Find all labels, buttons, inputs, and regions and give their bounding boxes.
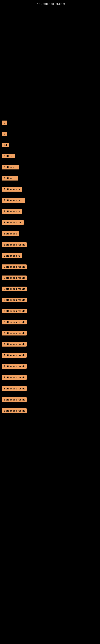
bottleneck-badge-16[interactable]: Bottleneck result bbox=[1, 286, 27, 291]
bottleneck-badge-15[interactable]: Bottleneck result bbox=[1, 276, 27, 280]
result-row: Bottleneck result bbox=[0, 407, 100, 414]
bottleneck-badge-21[interactable]: Bottleneck result bbox=[1, 342, 27, 346]
result-row: B bbox=[0, 119, 100, 126]
bottleneck-badge-23[interactable]: Bottleneck result bbox=[1, 364, 27, 369]
bottleneck-badge-26[interactable]: Bottleneck result bbox=[1, 397, 27, 402]
result-row: Bottleneck bbox=[0, 175, 100, 182]
result-row: Bottleneck result bbox=[0, 352, 100, 359]
result-row: Bottleneck res bbox=[0, 219, 100, 226]
bottleneck-badge-2[interactable]: E bbox=[1, 132, 7, 136]
result-row: Bottleneck result bbox=[0, 330, 100, 337]
bottleneck-badge-1[interactable]: B bbox=[1, 120, 7, 125]
chart-area bbox=[0, 7, 100, 107]
result-row: Bottleneck re bbox=[0, 252, 100, 259]
bottleneck-badge-10[interactable]: Bottleneck res bbox=[1, 220, 24, 225]
result-row: Bottleneck result bbox=[0, 285, 100, 292]
bottleneck-badge-24[interactable]: Bottleneck result bbox=[1, 375, 27, 380]
result-row: Bottleneck result bbox=[0, 308, 100, 314]
result-row: Bottleneck result bbox=[0, 263, 100, 270]
result-row: Bottleneck d bbox=[0, 164, 100, 171]
bottleneck-badge-22[interactable]: Bottleneck result bbox=[1, 353, 27, 358]
result-row: Bottleneck result bbox=[0, 296, 100, 304]
results-section: B E B4 Bottleneck Bottleneck d Bottlenec… bbox=[0, 117, 100, 414]
result-row: Bottleneck re bbox=[0, 186, 100, 193]
bottleneck-badge-5[interactable]: Bottleneck d bbox=[1, 165, 19, 170]
result-row: Bottleneck result bbox=[0, 363, 100, 370]
bottleneck-badge-12[interactable]: Bottleneck result bbox=[1, 242, 27, 247]
bottleneck-badge-7[interactable]: Bottleneck re bbox=[1, 187, 22, 192]
bottleneck-badge-11[interactable]: Bottleneck bbox=[1, 231, 19, 236]
result-row: Bottleneck result bbox=[0, 241, 100, 248]
bottleneck-badge-14[interactable]: Bottleneck result bbox=[1, 264, 27, 269]
bottleneck-badge-18[interactable]: Bottleneck result bbox=[1, 309, 27, 313]
bottleneck-badge-17[interactable]: Bottleneck result bbox=[1, 298, 27, 302]
result-row: Bottleneck result bbox=[0, 341, 100, 348]
bottleneck-badge-19[interactable]: Bottleneck result bbox=[1, 320, 27, 324]
result-row: Bottleneck result bbox=[0, 318, 100, 326]
result-row: B4 bbox=[0, 142, 100, 148]
result-row: Bottleneck bbox=[0, 152, 100, 160]
bottleneck-badge-8[interactable]: Bottleneck resul bbox=[1, 198, 25, 203]
bottleneck-badge-6[interactable]: Bottleneck bbox=[1, 176, 18, 180]
result-row: Bottleneck result bbox=[0, 385, 100, 392]
result-row: Bottleneck ra bbox=[0, 208, 100, 215]
result-row: Bottleneck result bbox=[0, 274, 100, 281]
cursor-indicator bbox=[1, 109, 2, 115]
bottleneck-badge-4[interactable]: Bottleneck bbox=[1, 154, 15, 158]
bottleneck-badge-9[interactable]: Bottleneck ra bbox=[1, 209, 22, 214]
result-row: E bbox=[0, 130, 100, 138]
result-row: Bottleneck result bbox=[0, 374, 100, 381]
result-row: Bottleneck result bbox=[0, 396, 100, 403]
site-header: TheBottlenecker.com bbox=[0, 0, 100, 7]
bottleneck-badge-25[interactable]: Bottleneck result bbox=[1, 386, 27, 391]
site-title: TheBottlenecker.com bbox=[0, 0, 100, 7]
bottleneck-badge-27[interactable]: Bottleneck result bbox=[1, 408, 27, 413]
bottleneck-badge-13[interactable]: Bottleneck re bbox=[1, 253, 22, 258]
result-row: Bottleneck resul bbox=[0, 197, 100, 204]
result-row: Bottleneck bbox=[0, 230, 100, 237]
bottleneck-badge-3[interactable]: B4 bbox=[1, 143, 9, 147]
bottleneck-badge-20[interactable]: Bottleneck result bbox=[1, 331, 27, 336]
